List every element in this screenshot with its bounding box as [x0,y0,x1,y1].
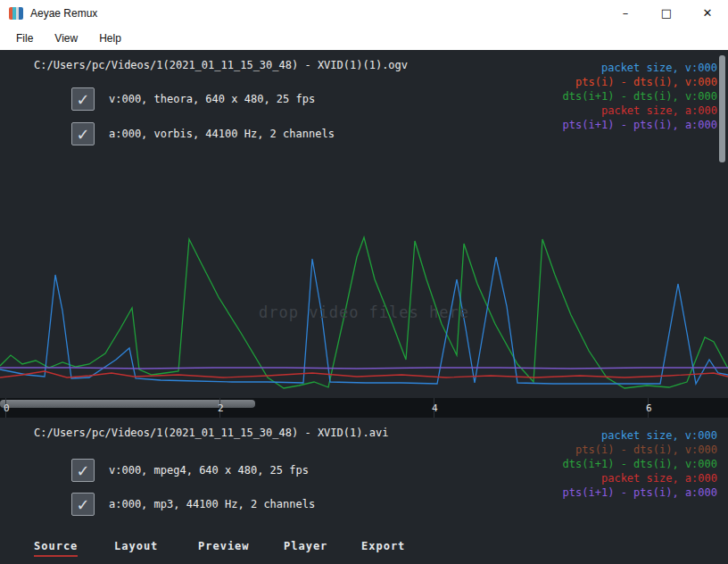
legend-item: packet size, v:000 [563,61,717,75]
video-track-label: v:000, mpeg4, 640 x 480, 25 fps [109,464,309,477]
tabbar: Source Layout Preview Player Export [0,534,728,564]
audio-track-checkbox[interactable]: ✓ [71,122,95,145]
checkmark-icon: ✓ [76,125,89,144]
legend: packet size, v:000 pts(i) - dts(i), v:00… [563,61,717,132]
legend-item: pts(i) - dts(i), v:000 [563,75,717,89]
tab-source[interactable]: Source [34,540,78,557]
checkmark-icon: ✓ [76,461,89,480]
file-path: C:/Users/pc/Videos/1(2021_01_11_15_30_48… [34,427,388,439]
legend-item: pts(i+1) - pts(i), a:000 [563,118,717,132]
vertical-scrollbar[interactable] [719,55,725,162]
legend: packet size, v:000 pts(i) - dts(i), v:00… [563,428,717,500]
ruler-label: 2 [218,402,224,414]
video-track-checkbox[interactable]: ✓ [71,87,95,111]
audio-track-label: a:000, vorbis, 44100 Hz, 2 channels [109,128,335,140]
app-icon [9,7,23,20]
legend-item: packet size, a:000 [563,471,717,485]
video-track-checkbox[interactable]: ✓ [71,459,95,482]
legend-item: packet size, a:000 [563,104,717,118]
checkmark-icon: ✓ [76,495,89,514]
ruler-label: 0 [4,402,10,414]
close-button[interactable]: ✕ [687,0,728,27]
tab-player[interactable]: Player [284,540,327,555]
audio-track-label: a:000, mp3, 44100 Hz, 2 channels [109,498,315,510]
timeline-ruler[interactable]: 0 2 4 6 [0,398,728,418]
window-controls: – □ ✕ [605,0,728,27]
packet-chart-area[interactable]: drop video files here [0,203,728,398]
legend-item: pts(i) - dts(i), v:000 [563,443,717,457]
menu-file[interactable]: File [5,27,44,50]
titlebar: Aeyae Remux – □ ✕ [0,0,728,27]
legend-item: dts(i+1) - dts(i), v:000 [563,457,717,471]
minimize-button[interactable]: – [605,0,646,27]
video-track-label: v:000, theora, 640 x 480, 25 fps [109,93,315,105]
tab-layout[interactable]: Layout [114,540,158,555]
source-pane-bottom: C:/Users/pc/Videos/1(2021_01_11_15_30_48… [0,418,728,534]
tab-preview[interactable]: Preview [198,540,250,555]
source-pane-top: C:/Users/pc/Videos/1(2021_01_11_15_30_48… [0,50,728,203]
drop-hint-text: drop video files here [0,303,728,321]
legend-item: dts(i+1) - dts(i), v:000 [563,89,717,104]
file-path: C:/Users/pc/Videos/1(2021_01_11_15_30_48… [34,59,408,71]
window-title: Aeyae Remux [30,7,97,20]
audio-track-checkbox[interactable]: ✓ [71,493,95,516]
maximize-button[interactable]: □ [646,0,687,27]
menubar: File View Help [0,27,728,50]
ruler-label: 6 [646,402,652,414]
app-window: Aeyae Remux – □ ✕ File View Help C:/User… [0,0,728,564]
ruler-label: 4 [432,402,438,414]
tab-export[interactable]: Export [361,540,405,555]
packet-chart [0,203,728,398]
legend-item: pts(i+1) - pts(i), a:000 [563,485,717,500]
legend-item: packet size, v:000 [563,428,717,443]
menu-help[interactable]: Help [88,27,132,50]
menu-view[interactable]: View [44,27,88,50]
checkmark-icon: ✓ [76,90,89,109]
